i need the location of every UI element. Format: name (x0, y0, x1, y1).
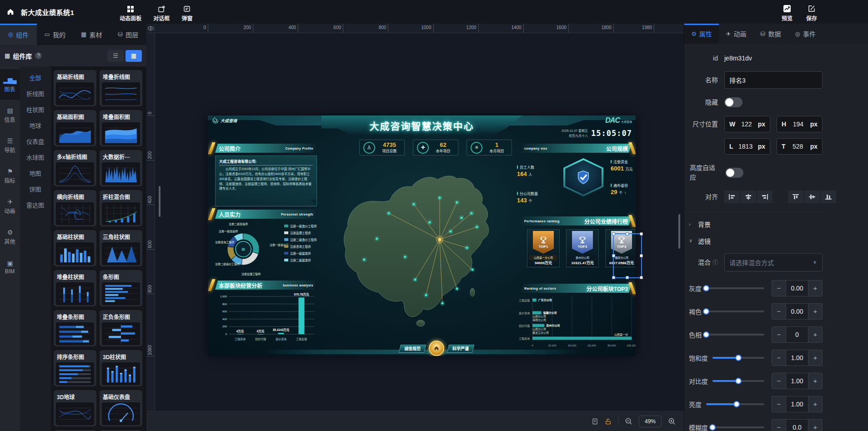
list-view-button[interactable]: ☰ (107, 50, 124, 62)
ruler-corner[interactable] (146, 24, 155, 33)
component-card-基础仪表盘[interactable]: 基础仪表盘 (100, 390, 142, 426)
toolbar-item-对话框[interactable]: 对话框 (153, 5, 170, 22)
component-card-基础柱状图[interactable]: 基础柱状图 (54, 230, 96, 266)
component-card-折柱混合图[interactable]: 折柱混合图 (100, 190, 142, 226)
category-全部[interactable]: 全部 (20, 70, 51, 86)
zoom-level[interactable]: 49% (639, 416, 662, 427)
色相-slider[interactable] (706, 334, 764, 336)
component-card-大数据折···[interactable]: 大数据折··· (100, 150, 142, 186)
亮度-value[interactable]: 1.00 (786, 396, 808, 412)
rail-item-图表[interactable]: ▂▆▄图表 (0, 69, 20, 100)
ranking-card-TOP1[interactable]: TOP1 山西第一分公司 94000万元 (527, 229, 560, 267)
hide-toggle[interactable] (724, 97, 743, 107)
height-auto-toggle[interactable] (725, 168, 743, 178)
panel-tab-事件[interactable]: ◎事件 (788, 24, 823, 44)
minus-button[interactable]: − (772, 281, 786, 296)
plus-button[interactable]: + (808, 327, 822, 342)
亮度-slider[interactable] (706, 403, 764, 405)
component-card-条形图[interactable]: 条形图 (100, 270, 142, 306)
component-card-正负条形图[interactable]: 正负条形图 (100, 310, 142, 346)
canvas-scrollbar-right[interactable] (678, 214, 680, 249)
plus-button[interactable]: + (808, 281, 822, 296)
rail-item-其他[interactable]: ⚙其他 (0, 221, 20, 252)
align-right-button[interactable] (757, 190, 773, 203)
size-field-L[interactable]: L1813px (724, 138, 770, 155)
editor-canvas[interactable]: 0200400600800100012001400160018001980 02… (146, 24, 684, 431)
size-field-H[interactable]: H194px (777, 116, 823, 132)
category-饼图[interactable]: 饼图 (20, 181, 51, 197)
category-雷达图[interactable]: 雷达图 (20, 197, 51, 213)
category-柱状图[interactable]: 柱状图 (20, 102, 51, 118)
category-地图[interactable]: 地图 (20, 165, 51, 181)
ranking-card-TOP2[interactable]: TOP2 贵州分公司 10321.47万元 (566, 229, 599, 267)
toolbar-item-弹窗[interactable]: 弹窗 (181, 5, 192, 22)
left-tab-组件[interactable]: ◎组件 (0, 24, 37, 45)
饱和度-slider[interactable] (712, 357, 764, 359)
filter-section-header[interactable]: ∨ 滤镜 (689, 236, 823, 246)
灰度-slider[interactable] (706, 287, 764, 289)
category-仪表盘[interactable]: 仪表盘 (20, 134, 51, 150)
left-tab-图层[interactable]: ⛁图层 (110, 24, 147, 45)
rail-item-指标[interactable]: ⚑指标 (0, 160, 20, 191)
grid-view-button[interactable]: ▦ (125, 50, 142, 62)
action-保存[interactable]: 保存 (806, 5, 817, 22)
component-card-堆叠面积图[interactable]: 堆叠面积图 (100, 110, 142, 146)
align-top-button[interactable] (788, 190, 803, 203)
align-left-button[interactable] (724, 190, 740, 203)
selection-handle-nw[interactable] (612, 232, 615, 236)
zoom-out-icon[interactable] (625, 417, 632, 425)
home-button[interactable] (0, 8, 21, 16)
dashboard-artboard[interactable]: 大成咨询智慧决策中心 大成咨询 DAC 大成咨询 2025-11-07 星期五 … (208, 115, 636, 356)
selection-handle-se[interactable] (640, 276, 643, 279)
unlock-icon[interactable] (605, 418, 612, 425)
toolbar-item-动态面板[interactable]: 动态面板 (120, 5, 141, 22)
minus-button[interactable]: − (772, 373, 786, 389)
minus-button[interactable]: − (772, 327, 786, 342)
模糊度-slider[interactable] (712, 426, 764, 428)
minus-button[interactable]: − (772, 350, 786, 366)
component-card-堆叠柱状图[interactable]: 堆叠柱状图 (54, 270, 96, 306)
component-card-多x轴折线图[interactable]: 多x轴折线图 (54, 150, 96, 186)
component-card-3D地球[interactable]: 3D地球 (54, 390, 96, 426)
component-card-基础面积图[interactable]: 基础面积图 (54, 110, 96, 146)
minus-button[interactable]: − (772, 420, 786, 431)
饱和度-value[interactable]: 1.00 (786, 350, 808, 366)
rail-item-动画[interactable]: ✈动画 (0, 191, 20, 221)
selection-handle-sw[interactable] (612, 276, 615, 279)
plus-button[interactable]: + (808, 350, 822, 366)
plus-button[interactable]: + (808, 304, 822, 319)
selection-handle-s[interactable] (626, 276, 629, 279)
对比度-value[interactable]: 1.00 (786, 373, 808, 389)
selection-handle-e[interactable] (640, 254, 643, 257)
align-bottom-button[interactable] (821, 190, 836, 203)
action-预览[interactable]: 预览 (782, 5, 793, 22)
component-card-3D柱状图[interactable]: 3D柱状图 (100, 350, 142, 386)
模糊度-value[interactable]: 0.0 (786, 420, 808, 431)
align-center-button[interactable] (741, 190, 756, 203)
rail-item-导航[interactable]: ☰导航 (0, 130, 20, 160)
panel-tab-数据[interactable]: ⛁数据 (753, 24, 788, 44)
minus-button[interactable]: − (772, 304, 786, 319)
褐色-slider[interactable] (706, 311, 764, 312)
对比度-slider[interactable] (712, 380, 764, 382)
plus-button[interactable]: + (808, 420, 822, 431)
rail-item-BIM[interactable]: ▣BIM (0, 252, 20, 282)
size-field-T[interactable]: T528px (777, 138, 823, 155)
selection-handle-w[interactable] (612, 254, 615, 257)
panel-tab-动画[interactable]: ✈动画 (719, 24, 753, 44)
canvas-scrollbar-left[interactable] (159, 186, 161, 217)
褐色-value[interactable]: 0.00 (786, 304, 808, 319)
zoom-in-icon[interactable] (668, 417, 676, 425)
size-field-W[interactable]: W122px (724, 116, 770, 132)
plus-button[interactable]: + (808, 373, 822, 389)
component-card-基础折线图[interactable]: 基础折线图 (54, 70, 96, 106)
灰度-value[interactable]: 0.00 (786, 281, 808, 296)
left-tab-素材[interactable]: ▦素材 (73, 24, 110, 45)
blend-mode-select[interactable]: 请选择混合方式 ∨ (724, 253, 823, 271)
component-card-堆叠折线图[interactable]: 堆叠折线图 (100, 70, 142, 106)
色相-value[interactable]: 0 (786, 327, 808, 342)
background-section-header[interactable]: › 背景 (689, 220, 823, 229)
category-地球[interactable]: 地球 (20, 118, 51, 134)
component-card-三角柱状图[interactable]: 三角柱状图 (100, 230, 142, 266)
align-middle-button[interactable] (804, 190, 820, 203)
